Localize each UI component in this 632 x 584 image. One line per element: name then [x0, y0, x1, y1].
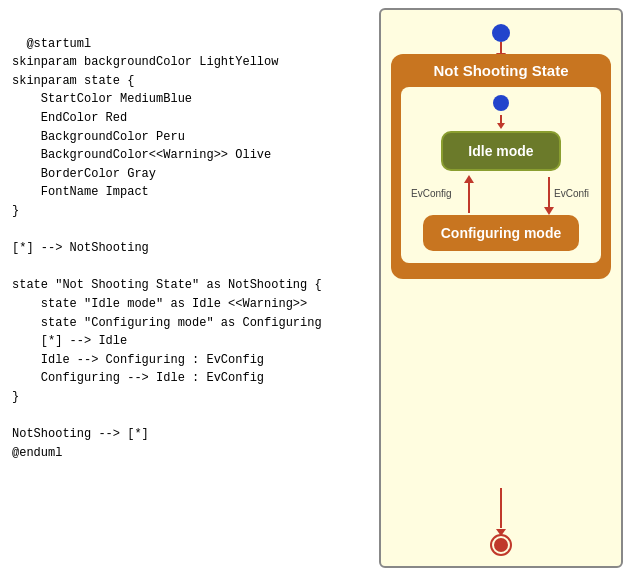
code-text: @startuml skinparam backgroundColor Ligh… — [12, 37, 322, 460]
svg-marker-3 — [464, 175, 474, 183]
svg-marker-1 — [544, 207, 554, 215]
end-circle-inner — [494, 538, 508, 552]
idle-state-box: Idle mode — [441, 131, 561, 171]
svg-text:EvConfig: EvConfig — [411, 188, 452, 199]
arrow-box-to-end — [500, 488, 502, 528]
diagram-panel: Not Shooting State Idle mode — [370, 0, 632, 584]
svg-text:EvConfig: EvConfig — [554, 188, 589, 199]
inner-area: Idle mode EvConfig EvC — [401, 87, 601, 263]
not-shooting-label: Not Shooting State — [434, 62, 569, 79]
evconfig-labels: EvConfig EvConfig — [409, 175, 593, 215]
code-panel: @startuml skinparam backgroundColor Ligh… — [0, 0, 370, 584]
end-circle — [490, 534, 512, 556]
arrows-svg: EvConfig EvConfig — [409, 175, 589, 215]
inner-start-circle — [493, 95, 509, 111]
diagram-outer: Not Shooting State Idle mode — [379, 8, 623, 568]
configuring-state-box: Configuring mode — [423, 215, 580, 251]
not-shooting-box: Not Shooting State Idle mode — [391, 54, 611, 279]
arrow-inner-start — [500, 115, 502, 123]
arrowhead-inner — [497, 123, 505, 129]
start-circle — [492, 24, 510, 42]
